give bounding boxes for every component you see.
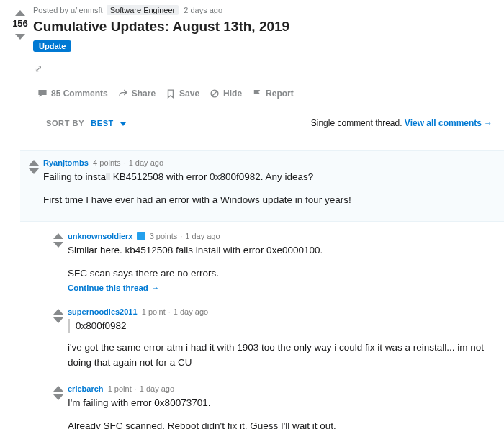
comment-tagline: supernoodles2011 1 point·1 day ago bbox=[68, 307, 492, 316]
arrow-right-icon: → bbox=[484, 118, 492, 128]
save-button[interactable]: Save bbox=[161, 86, 204, 101]
share-label: Share bbox=[132, 89, 156, 99]
comment-tagline: Ryanjtombs 4 points·1 day ago bbox=[43, 158, 492, 167]
comment-icon bbox=[37, 89, 48, 99]
share-button[interactable]: Share bbox=[114, 86, 160, 101]
comments-button[interactable]: 85 Comments bbox=[33, 86, 112, 101]
comment-paragraph: First time I have ever had an error with… bbox=[43, 193, 492, 207]
share-icon bbox=[118, 89, 128, 99]
thread-notice-text: Single comment thread. bbox=[311, 118, 402, 128]
badge-icon bbox=[137, 232, 145, 240]
comments-area: Ryanjtombs 4 points·1 day ago Failing to… bbox=[0, 137, 504, 429]
comment-paragraph: SFC scan says there are no errors. bbox=[68, 266, 492, 281]
post-title[interactable]: Cumulative Updates: August 13th, 2019 bbox=[33, 19, 490, 35]
downvote-icon[interactable] bbox=[53, 394, 63, 400]
sort-row: SORT BY BEST Single comment thread. View… bbox=[0, 109, 504, 137]
comment-paragraph: Failing to install KB4512508 with error … bbox=[43, 170, 492, 184]
comment-body: unknownsoldierx 3 points·1 day ago Simil… bbox=[68, 232, 492, 294]
post-score: 156 bbox=[12, 18, 28, 29]
hide-button[interactable]: Hide bbox=[205, 86, 246, 101]
comment-points: 4 points bbox=[93, 158, 121, 167]
downvote-icon[interactable] bbox=[29, 168, 39, 174]
report-button[interactable]: Report bbox=[248, 86, 298, 101]
comment-paragraph: Similar here. kb4512508 fails install wi… bbox=[68, 243, 492, 258]
comment-points: 1 point bbox=[142, 307, 166, 316]
comment-age: 1 day ago bbox=[174, 307, 208, 316]
comments-count: 85 Comments bbox=[51, 89, 108, 99]
post-flair[interactable]: Update bbox=[33, 40, 71, 52]
continue-thread-link[interactable]: Continue this thread → bbox=[68, 284, 159, 292]
comment-body: supernoodles2011 1 point·1 day ago 0x800… bbox=[68, 307, 492, 370]
comment-author[interactable]: Ryanjtombs bbox=[43, 158, 89, 167]
comment-reply: supernoodles2011 1 point·1 day ago 0x800… bbox=[49, 303, 504, 380]
chevron-down-icon bbox=[120, 122, 126, 126]
sort-control: SORT BY BEST bbox=[46, 119, 126, 127]
comment-text: Similar here. kb4512508 fails install wi… bbox=[68, 243, 492, 281]
downvote-icon[interactable] bbox=[53, 317, 63, 323]
continue-label: Continue this thread bbox=[68, 284, 148, 292]
comment-author[interactable]: unknownsoldierx bbox=[68, 232, 132, 240]
comment-age: 1 day ago bbox=[129, 158, 163, 167]
comment-top: Ryanjtombs 4 points·1 day ago Failing to… bbox=[20, 150, 504, 222]
comment-points: 3 points bbox=[150, 232, 178, 240]
expand-icon[interactable]: ⤢ bbox=[35, 63, 42, 74]
report-label: Report bbox=[266, 89, 294, 99]
upvote-icon[interactable] bbox=[53, 233, 63, 239]
comment-text: Failing to install KB4512508 with error … bbox=[43, 170, 492, 208]
comment-paragraph: Already SFC scanned. Reboot didn't fix i… bbox=[68, 419, 492, 429]
post: 156 Posted by u/jenmsft Software Enginee… bbox=[0, 0, 504, 109]
comment-vote-column bbox=[49, 307, 68, 370]
author-flair: Software Engineer bbox=[107, 5, 179, 15]
view-all-label: View all comments bbox=[405, 118, 482, 128]
posted-by-label: Posted by bbox=[33, 6, 68, 14]
post-tagline: Posted by u/jenmsft Software Engineer 2 … bbox=[33, 6, 490, 14]
sort-by-label: SORT BY bbox=[46, 119, 84, 127]
comment-body: Ryanjtombs 4 points·1 day ago Failing to… bbox=[43, 158, 492, 208]
comment-vote-column bbox=[24, 158, 43, 208]
comment-tagline: ericbarch 1 point·1 day ago bbox=[68, 384, 492, 393]
comment-body: ericbarch 1 point·1 day ago I'm failing … bbox=[68, 384, 492, 429]
thread-notice: Single comment thread. View all comments… bbox=[311, 118, 492, 128]
hide-label: Hide bbox=[223, 89, 242, 99]
arrow-right-icon: → bbox=[151, 284, 160, 292]
downvote-icon[interactable] bbox=[15, 34, 25, 40]
sort-dropdown[interactable]: BEST bbox=[91, 119, 125, 127]
save-label: Save bbox=[179, 89, 199, 99]
post-age: 2 days ago bbox=[184, 6, 222, 14]
comment-paragraph: I'm failing with error 0x80073701. bbox=[68, 396, 492, 410]
comment-quote: 0x800f0982 bbox=[68, 319, 492, 333]
upvote-icon[interactable] bbox=[53, 386, 63, 392]
comment-reply: ericbarch 1 point·1 day ago I'm failing … bbox=[49, 380, 504, 429]
upvote-icon[interactable] bbox=[53, 309, 63, 315]
flag-icon bbox=[252, 89, 262, 99]
comment-vote-column bbox=[49, 232, 68, 294]
comment-age: 1 day ago bbox=[185, 232, 220, 240]
hide-icon bbox=[210, 89, 220, 99]
post-vote-column: 156 bbox=[7, 6, 33, 101]
comment-points: 1 point bbox=[108, 384, 132, 393]
comment-vote-column bbox=[49, 384, 68, 429]
comment-author[interactable]: supernoodles2011 bbox=[68, 307, 138, 316]
post-author[interactable]: u/jenmsft bbox=[71, 6, 103, 14]
comment-tagline: unknownsoldierx 3 points·1 day ago bbox=[68, 232, 492, 240]
comment-age: 1 day ago bbox=[140, 384, 174, 393]
post-action-bar: 85 Comments Share Save Hide Report bbox=[33, 86, 490, 101]
post-body: Posted by u/jenmsft Software Engineer 2 … bbox=[33, 6, 504, 101]
comment-author[interactable]: ericbarch bbox=[68, 384, 104, 393]
downvote-icon[interactable] bbox=[53, 242, 63, 248]
view-all-comments-link[interactable]: View all comments→ bbox=[405, 118, 492, 128]
comment-text: 0x800f0982 i've got the same error atm i… bbox=[68, 319, 492, 370]
bookmark-icon bbox=[166, 89, 176, 99]
upvote-icon[interactable] bbox=[29, 160, 39, 166]
comment-paragraph: i've got the same error atm i had it wit… bbox=[68, 340, 492, 370]
upvote-icon[interactable] bbox=[15, 10, 25, 16]
comment-reply: unknownsoldierx 3 points·1 day ago Simil… bbox=[49, 227, 504, 304]
sort-value-text: BEST bbox=[91, 119, 114, 127]
replies: unknownsoldierx 3 points·1 day ago Simil… bbox=[49, 227, 504, 430]
comment-text: I'm failing with error 0x80073701. Alrea… bbox=[68, 396, 492, 429]
